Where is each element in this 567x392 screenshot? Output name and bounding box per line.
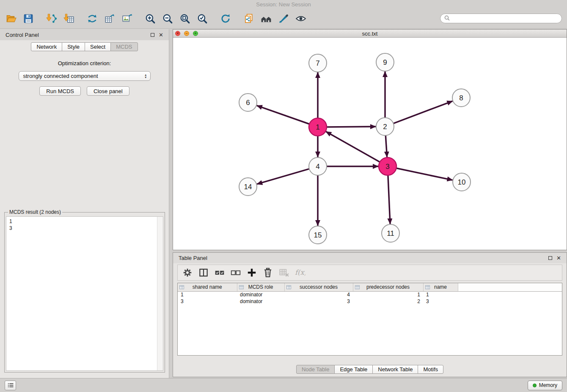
tab-style[interactable]: Style bbox=[62, 42, 85, 51]
network-graph: 7968124314101511 bbox=[173, 38, 567, 250]
delete-column-icon[interactable] bbox=[262, 267, 273, 279]
node-table: shared nameMCDS rolesuccessor nodesprede… bbox=[178, 283, 562, 305]
table-cell[interactable]: 1 bbox=[423, 291, 458, 298]
close-panel-icon[interactable]: ✕ bbox=[159, 32, 163, 38]
table-tab-motifs[interactable]: Motifs bbox=[418, 365, 443, 374]
open-session-icon[interactable] bbox=[5, 13, 17, 25]
style-brush-icon[interactable] bbox=[278, 13, 289, 25]
float-panel-icon[interactable] bbox=[151, 33, 154, 37]
control-panel-header: Control Panel ✕ bbox=[0, 29, 169, 40]
import-network-icon[interactable] bbox=[46, 13, 58, 25]
duplicate-network-icon[interactable] bbox=[243, 13, 255, 25]
close-table-panel-icon[interactable]: ✕ bbox=[556, 255, 561, 261]
traffic-lights: ✕−+ bbox=[175, 31, 198, 36]
export-table-icon[interactable] bbox=[104, 13, 116, 25]
table-cell-filler bbox=[458, 291, 562, 298]
table-cell[interactable]: 4 bbox=[284, 291, 353, 298]
show-columns-icon[interactable] bbox=[198, 267, 209, 279]
zoom-in-icon[interactable] bbox=[144, 13, 156, 25]
graph-edge-3-1[interactable] bbox=[326, 132, 380, 162]
table-cell[interactable]: 3 bbox=[423, 298, 458, 305]
graph-node-11[interactable]: 11 bbox=[382, 224, 399, 242]
zoom-selected-icon[interactable] bbox=[196, 13, 208, 25]
graph-edge-2-8[interactable] bbox=[394, 101, 453, 124]
zoom-fit-icon[interactable] bbox=[179, 13, 191, 25]
float-table-panel-icon[interactable] bbox=[548, 256, 552, 260]
save-session-icon[interactable] bbox=[22, 13, 34, 25]
graph-node-6[interactable]: 6 bbox=[239, 94, 257, 111]
table-tab-edge-table[interactable]: Edge Table bbox=[334, 365, 373, 374]
table-cell[interactable]: dominator bbox=[237, 291, 284, 298]
toolbar-group bbox=[220, 13, 231, 25]
column-header-predecessor-nodes[interactable]: predecessor nodes bbox=[353, 283, 423, 291]
export-network-icon[interactable] bbox=[86, 13, 98, 25]
search-box[interactable] bbox=[440, 14, 562, 23]
mcds-result-area[interactable]: 13 bbox=[6, 216, 163, 371]
table-cell[interactable]: 2 bbox=[353, 298, 423, 305]
svg-text:4: 4 bbox=[316, 163, 319, 171]
graph-edge-2-3[interactable] bbox=[385, 135, 387, 157]
network-canvas[interactable]: 7968124314101511 bbox=[173, 38, 567, 250]
table-cell[interactable]: dominator bbox=[237, 298, 284, 305]
graph-node-8[interactable]: 8 bbox=[452, 89, 470, 107]
tab-select[interactable]: Select bbox=[85, 42, 111, 51]
search-input[interactable] bbox=[452, 16, 558, 22]
select-all-icon[interactable] bbox=[214, 267, 225, 279]
svg-text:2: 2 bbox=[383, 123, 387, 131]
graph-node-4[interactable]: 4 bbox=[309, 157, 327, 175]
graph-node-1[interactable]: 1 bbox=[309, 118, 327, 136]
column-header-name[interactable]: name bbox=[423, 283, 458, 291]
graph-node-15[interactable]: 15 bbox=[309, 226, 327, 244]
window-title: Session: New Session bbox=[256, 1, 311, 8]
graph-edge-3-11[interactable] bbox=[388, 175, 390, 224]
table-tab-network-table[interactable]: Network Table bbox=[372, 365, 418, 374]
graph-node-7[interactable]: 7 bbox=[309, 54, 327, 72]
table-mode-gear-icon[interactable] bbox=[182, 267, 193, 279]
window-zoom-button[interactable]: + bbox=[193, 31, 198, 36]
status-menu-button[interactable] bbox=[5, 381, 16, 390]
column-header-successor-nodes[interactable]: successor nodes bbox=[284, 283, 353, 291]
window-min-button[interactable]: − bbox=[184, 31, 189, 36]
table-panel-header: Table Panel ✕ bbox=[173, 253, 567, 263]
export-image-icon[interactable] bbox=[121, 13, 133, 25]
column-header-shared-name[interactable]: shared name bbox=[178, 283, 237, 291]
table-panel: Table Panel ✕ f(x) shared nameMCDS roles… bbox=[173, 252, 567, 377]
optimization-select[interactable]: strongly connected component ▲▼ bbox=[19, 71, 151, 81]
svg-text:9: 9 bbox=[383, 58, 387, 66]
table-row[interactable]: 1dominator411 bbox=[178, 291, 562, 298]
graph-node-3[interactable]: 3 bbox=[379, 157, 396, 175]
table-cell[interactable]: 3 bbox=[178, 298, 237, 305]
control-panel-title: Control Panel bbox=[6, 32, 39, 38]
graph-node-14[interactable]: 14 bbox=[239, 178, 257, 196]
svg-text:11: 11 bbox=[387, 229, 394, 237]
table-row[interactable]: 3dominator323 bbox=[178, 298, 562, 305]
graph-node-2[interactable]: 2 bbox=[376, 118, 394, 135]
toolbar-group bbox=[243, 13, 307, 25]
table-cell[interactable]: 3 bbox=[284, 298, 353, 305]
tab-network[interactable]: Network bbox=[31, 42, 62, 51]
table-cell[interactable]: 1 bbox=[178, 291, 237, 298]
network-view-window: ✕−+ scc.txt 7968124314101511 bbox=[173, 29, 567, 250]
graph-node-10[interactable]: 10 bbox=[453, 173, 471, 191]
window-close-button[interactable]: ✕ bbox=[175, 31, 180, 36]
run-mcds-button[interactable]: Run MCDS bbox=[39, 86, 81, 96]
refresh-network-icon[interactable] bbox=[220, 13, 231, 25]
graph-edge-3-10[interactable] bbox=[396, 168, 453, 180]
first-neighbors-icon[interactable] bbox=[260, 13, 272, 25]
deselect-all-icon[interactable] bbox=[230, 267, 241, 279]
close-panel-button[interactable]: Close panel bbox=[87, 86, 129, 96]
column-header-mcds-role[interactable]: MCDS role bbox=[237, 283, 284, 291]
import-table-icon[interactable] bbox=[63, 13, 75, 25]
table-cell[interactable]: 1 bbox=[353, 291, 423, 298]
svg-text:8: 8 bbox=[459, 94, 463, 102]
zoom-out-icon[interactable] bbox=[162, 13, 173, 25]
graph-node-9[interactable]: 9 bbox=[376, 53, 394, 71]
graph-edge-1-6[interactable] bbox=[257, 105, 309, 124]
add-column-icon[interactable] bbox=[246, 267, 257, 279]
table-tab-node-table[interactable]: Node Table bbox=[296, 365, 335, 374]
graph-edge-4-14[interactable] bbox=[257, 169, 309, 184]
memory-button[interactable]: Memory bbox=[528, 381, 562, 390]
show-details-eye-icon[interactable] bbox=[295, 13, 307, 25]
graph-edge-1-2[interactable] bbox=[327, 127, 376, 127]
tab-mcds[interactable]: MCDS bbox=[110, 42, 138, 51]
